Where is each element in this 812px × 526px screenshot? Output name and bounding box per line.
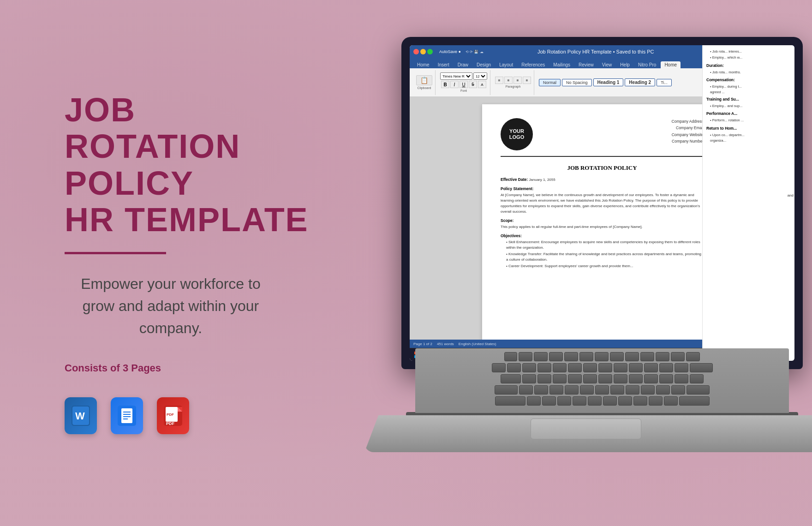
tab-layout[interactable]: Layout	[496, 61, 517, 68]
key-q[interactable]	[522, 374, 536, 383]
key-g[interactable]	[580, 385, 594, 394]
tab-view[interactable]: View	[598, 61, 616, 68]
key-bracket-l[interactable]	[675, 374, 688, 383]
key-f6[interactable]	[595, 352, 609, 361]
align-center-btn[interactable]: ≡	[504, 77, 513, 84]
tab-mailings[interactable]: Mailings	[549, 61, 574, 68]
key-comma[interactable]	[633, 396, 647, 406]
tab-draw[interactable]: Draw	[454, 61, 472, 68]
style-more[interactable]: Ti...	[657, 79, 672, 86]
key-t[interactable]	[583, 374, 597, 383]
strikethrough-btn[interactable]: S̶	[469, 81, 477, 88]
style-no-spacing[interactable]: No Spacing	[562, 79, 592, 86]
key-f[interactable]	[565, 385, 579, 394]
style-heading2[interactable]: Heading 2	[625, 78, 655, 86]
tab-home[interactable]: Home	[413, 61, 433, 68]
tab-nitro[interactable]: Nitro Pro	[634, 61, 660, 68]
key-a[interactable]	[519, 385, 533, 394]
tab-references[interactable]: References	[518, 61, 549, 68]
tab-home-active[interactable]: Home	[661, 61, 681, 68]
key-5[interactable]	[568, 363, 582, 372]
key-f9[interactable]	[640, 352, 654, 361]
key-d[interactable]	[549, 385, 563, 394]
key-e[interactable]	[553, 374, 567, 383]
key-f1[interactable]	[519, 352, 532, 361]
key-u[interactable]	[614, 374, 627, 383]
key-f3[interactable]	[549, 352, 563, 361]
key-b[interactable]	[588, 396, 602, 406]
key-bracket-r[interactable]	[690, 374, 704, 383]
key-7[interactable]	[598, 363, 612, 372]
font-color-btn[interactable]: A	[478, 81, 486, 88]
key-i[interactable]	[629, 374, 643, 383]
key-esc[interactable]	[504, 352, 517, 361]
key-f8[interactable]	[625, 352, 639, 361]
italic-btn[interactable]: I	[450, 81, 459, 88]
key-s[interactable]	[534, 385, 548, 394]
key-2[interactable]	[522, 363, 536, 372]
key-m[interactable]	[618, 396, 632, 406]
style-normal[interactable]: Normal	[539, 79, 561, 86]
tab-design[interactable]: Design	[473, 61, 495, 68]
minimize-btn[interactable]	[420, 49, 426, 54]
word-icon[interactable]: W	[65, 397, 97, 434]
key-n[interactable]	[603, 396, 617, 406]
key-y[interactable]	[598, 374, 612, 383]
key-h[interactable]	[595, 385, 609, 394]
key-f11[interactable]	[671, 352, 685, 361]
key-c[interactable]	[557, 396, 571, 406]
key-x[interactable]	[542, 396, 556, 406]
close-btn[interactable]	[413, 49, 419, 54]
pdf-icon[interactable]: PDF PDF	[157, 397, 189, 434]
laptop-trackpad[interactable]	[531, 418, 641, 439]
key-0[interactable]	[644, 363, 658, 372]
maximize-btn[interactable]	[427, 49, 433, 54]
style-heading1[interactable]: Heading 1	[593, 78, 624, 86]
key-k[interactable]	[626, 385, 639, 394]
key-l[interactable]	[641, 385, 655, 394]
key-z[interactable]	[527, 396, 541, 406]
key-enter[interactable]	[687, 385, 710, 394]
key-f2[interactable]	[534, 352, 548, 361]
key-1[interactable]	[507, 363, 521, 372]
key-shift-l[interactable]	[495, 396, 525, 406]
justify-btn[interactable]: ≡	[523, 77, 531, 84]
key-slash[interactable]	[664, 396, 678, 406]
key-backspace[interactable]	[690, 363, 713, 372]
key-r[interactable]	[568, 374, 582, 383]
key-equals[interactable]	[675, 363, 688, 372]
paste-btn[interactable]: 📋	[416, 75, 432, 85]
key-4[interactable]	[553, 363, 567, 372]
underline-btn[interactable]: U	[460, 81, 468, 88]
tab-insert[interactable]: Insert	[434, 61, 453, 68]
tab-review[interactable]: Review	[575, 61, 597, 68]
font-selector[interactable]: Times New Roman	[440, 72, 472, 80]
key-9[interactable]	[629, 363, 643, 372]
font-size-selector[interactable]: 12	[473, 72, 487, 80]
key-f4[interactable]	[564, 352, 578, 361]
key-tab[interactable]	[501, 374, 521, 383]
key-3[interactable]	[537, 363, 551, 372]
align-left-btn[interactable]: ≡	[495, 77, 503, 84]
key-f10[interactable]	[656, 352, 669, 361]
key-period[interactable]	[649, 396, 663, 406]
key-o[interactable]	[644, 374, 658, 383]
key-capslock[interactable]	[495, 385, 518, 394]
key-shift-r[interactable]	[679, 396, 710, 406]
key-f5[interactable]	[579, 352, 593, 361]
key-minus[interactable]	[659, 363, 673, 372]
key-backtick[interactable]	[492, 363, 506, 372]
tab-help[interactable]: Help	[616, 61, 633, 68]
key-v[interactable]	[573, 396, 586, 406]
key-w[interactable]	[537, 374, 551, 383]
docs-icon[interactable]	[111, 397, 143, 434]
key-f7[interactable]	[610, 352, 624, 361]
key-8[interactable]	[614, 363, 627, 372]
key-semicolon[interactable]	[656, 385, 670, 394]
key-6[interactable]	[583, 363, 597, 372]
key-j[interactable]	[610, 385, 624, 394]
align-right-btn[interactable]: ≡	[513, 77, 522, 84]
key-p[interactable]	[659, 374, 673, 383]
key-quote[interactable]	[671, 385, 685, 394]
key-f12[interactable]	[686, 352, 700, 361]
